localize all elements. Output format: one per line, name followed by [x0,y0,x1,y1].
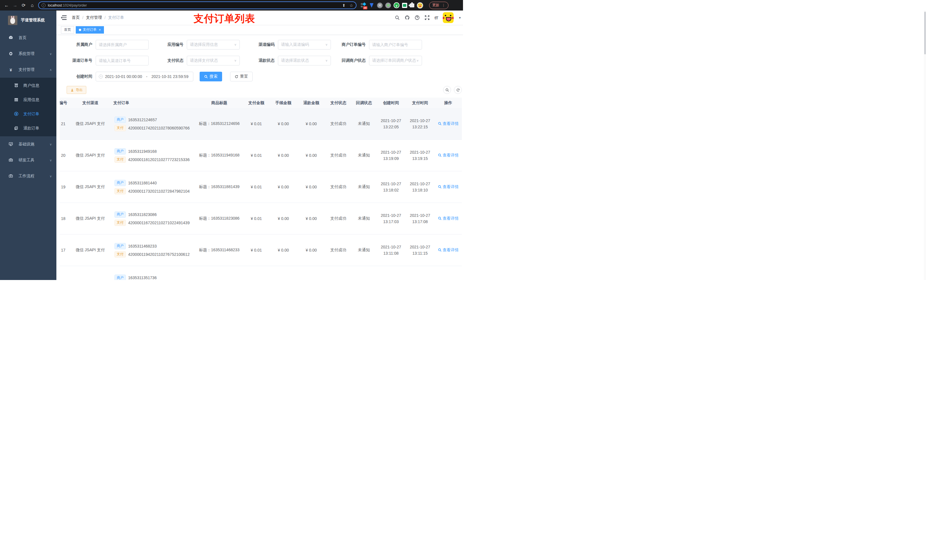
browser-update-button[interactable]: 更新 ⋮ [429,2,448,9]
browser-back-button[interactable]: ← [3,2,10,9]
sidebar-item-app-info[interactable]: 应用信息 [0,93,56,107]
notify-status-select[interactable]: 请选择订单回调商户状态 ∨ [369,56,422,65]
address-bar[interactable]: i localhost:1024/pay/order ⬆ ☆ [38,2,357,9]
merchant-order-no-input[interactable] [369,40,422,50]
toggle-search-button[interactable] [443,86,451,94]
cell-fee: ¥ 0.00 [269,216,297,221]
extension-icon-gem[interactable] [369,3,374,8]
bookmark-star-icon[interactable]: ☆ [350,3,353,8]
cell-refund: ¥ 0.00 [297,216,325,221]
app-title: 芋道管理系统 [21,18,45,23]
extension-icon-recorder[interactable] [385,3,391,8]
breadcrumb-home[interactable]: 首页 [72,15,80,20]
browser-menu-icon[interactable]: ⋮ [442,3,445,8]
app-logo-row[interactable]: 芋道管理系统 [0,11,56,30]
refund-status-select[interactable]: 请选择退款状态 ∨ [278,56,331,65]
url-path: :1024/pay/order [62,3,87,8]
cell-paid: 2021-10-27 13:18:10 [406,181,434,193]
sidebar-item-infrastructure[interactable]: 基础设施 ∨ [0,136,56,152]
table-toolbar: 导出 [67,86,462,94]
table-row-partial: 商户 1635311351736 [60,266,462,280]
cell-status: 支付成功 [325,121,351,126]
gear-icon [8,51,14,57]
channel-code-select[interactable]: 请输入渠道编码 ∨ [278,40,331,50]
github-icon[interactable] [405,15,410,20]
cell-refund: ¥ 0.00 [297,122,325,126]
cell-action: 查看详情 [434,248,462,253]
extension-icon-command[interactable]: ⌘ [377,3,383,8]
cell-action: 查看详情 [434,153,462,158]
tab-home[interactable]: 首页 [61,26,74,33]
view-detail-link[interactable]: 查看详情 [438,216,459,221]
url-host: localhost [48,3,62,8]
pay-status-select[interactable]: 请选择支付状态 ∨ [187,56,240,65]
chevron-down-icon: ∨ [234,43,237,46]
site-info-icon[interactable]: i [42,3,45,8]
sidebar-item-workflow[interactable]: 工作流程 ∨ [0,168,56,184]
cell-fee: ¥ 0.00 [269,122,297,126]
app-select[interactable]: 请选择应用信息 ∨ [187,40,240,50]
merchant-input[interactable] [96,40,149,50]
browser-forward-button[interactable]: → [11,2,19,9]
view-detail-link[interactable]: 查看详情 [438,184,459,190]
create-time-range-picker[interactable]: 2021-10-01 00:00:00 - 2021-10-31 23:59:5… [96,72,193,82]
help-icon[interactable] [415,15,420,20]
sidebar-item-home[interactable]: 首页 [0,30,56,46]
col-status: 支付状态 [325,100,351,106]
yen-icon: ¥ [8,68,14,72]
share-icon[interactable]: ⬆ [342,3,346,8]
orders-table: 编号 支付渠道 支付订单 商品标题 支付金额 手续金额 退款金额 支付状态 回调… [60,98,462,280]
cell-created: 2021-10-27 13:18:02 [377,181,406,193]
cell-action: 查看详情 [434,184,462,190]
page-content: 所属商户 应用编号 请选择应用信息 ∨ 渠道编码 [56,35,463,280]
cell-id: 21 [60,122,71,126]
view-detail-link[interactable]: 查看详情 [438,153,459,158]
tab-pay-order[interactable]: 支付订单 × [76,26,104,33]
filter-label: 退款状态 [248,58,278,63]
refresh-button[interactable] [454,86,462,94]
sidebar-item-payment[interactable]: ¥ 支付管理 ∧ [0,62,56,78]
export-button[interactable]: 导出 [67,86,86,94]
extensions-puzzle-icon[interactable] [410,3,414,8]
sidebar-item-refund-order[interactable]: 退款订单 [0,121,56,136]
toolbox-icon [8,158,14,163]
font-size-icon[interactable]: tT [434,15,438,20]
fullscreen-icon[interactable] [425,15,430,20]
browser-profile-avatar[interactable] [417,2,423,9]
cell-notify: 未通知 [351,248,377,253]
sidebar-item-pay-order[interactable]: 支付订单 [0,107,56,121]
active-dot-icon [79,29,81,31]
col-created: 创建时间 [377,100,406,106]
cell-title: 标题：1635312124656 [195,121,243,126]
extension-icon-y[interactable]: y [393,2,399,8]
col-action: 操作 [434,100,462,106]
browser-reload-button[interactable]: ⟳ [20,2,27,9]
sidebar-item-merchant-info[interactable]: 商户信息 [0,78,56,93]
filter-form: 所属商户 应用编号 请选择应用信息 ∨ 渠道编码 [66,40,463,82]
col-id: 编号 [60,100,71,106]
cell-fee: ¥ 0.00 [269,153,297,158]
reset-button[interactable]: 重置 [230,72,253,82]
hamburger-icon[interactable] [61,15,67,20]
channel-order-no-input[interactable] [96,56,149,65]
table-row: 20 微信 JSAPI 支付 商户 1635311949168 支付 42000… [60,140,462,171]
view-detail-link[interactable]: 查看详情 [438,248,459,253]
header-search-icon[interactable] [395,15,400,20]
sidebar-item-devtools[interactable]: 研发工具 ∨ [0,152,56,168]
view-detail-link[interactable]: 查看详情 [438,121,459,126]
clock-icon [99,74,103,78]
extension-icon-chat[interactable] [402,3,407,8]
tab-close-icon[interactable]: × [99,28,101,32]
cell-refund: ¥ 0.00 [297,248,325,252]
pay-tag: 支付 [115,188,126,194]
extension-badge: 10 [363,6,367,9]
browser-home-button[interactable]: ⌂ [29,2,36,9]
sidebar-item-system[interactable]: 系统管理 ∨ [0,46,56,62]
col-fee: 手续金额 [269,100,297,106]
cell-paid: 2021-10-27 13:19:15 [406,149,434,162]
extension-icon-vault[interactable]: 10 [360,3,366,8]
breadcrumb-payment[interactable]: 支付管理 [86,15,102,20]
avatar-caret-icon[interactable]: ▼ [458,16,461,20]
search-button[interactable]: 搜索 [200,72,222,82]
user-avatar[interactable] [443,12,454,23]
